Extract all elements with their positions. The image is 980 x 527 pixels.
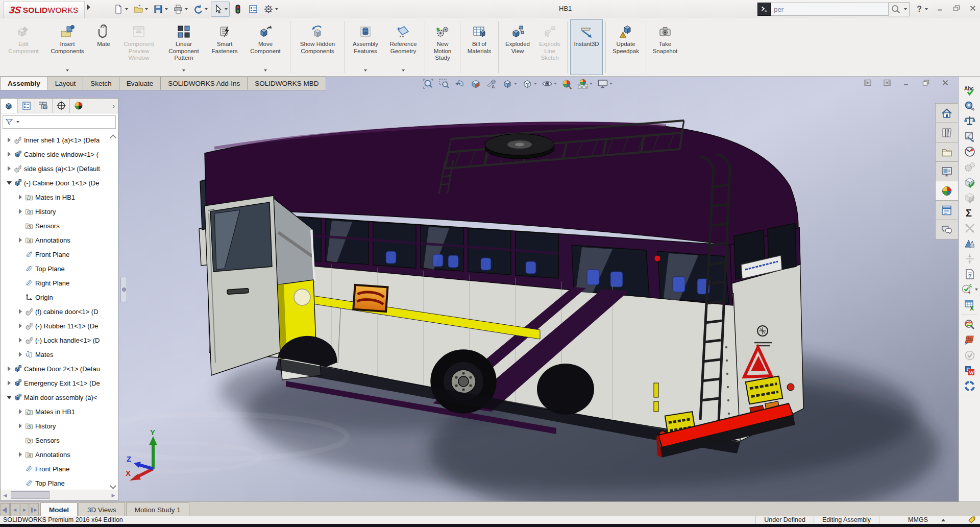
component-preview-window-button[interactable]: Component Preview Window	[117, 19, 161, 75]
reference-geometry-button[interactable]: Reference Geometry	[384, 19, 422, 75]
expand-arrow-icon[interactable]	[7, 366, 12, 371]
explode-line-sketch-button[interactable]: Explode Line Sketch	[535, 19, 565, 75]
view-orientation-icon[interactable]	[502, 78, 517, 89]
chevron-up-icon[interactable]	[941, 519, 945, 521]
expand-arrow-icon[interactable]	[18, 237, 23, 243]
chevron-down-icon[interactable]	[554, 83, 557, 85]
tab-evaluate[interactable]: Evaluate	[119, 77, 161, 90]
linear-component-pattern-button[interactable]: Linear Component Pattern	[162, 19, 206, 75]
chevron-down-icon[interactable]	[402, 69, 405, 71]
check-entity-icon[interactable]	[964, 175, 976, 190]
chevron-down-icon[interactable]	[182, 69, 185, 71]
chevron-down-icon[interactable]	[125, 8, 128, 10]
expand-arrow-icon[interactable]	[18, 323, 23, 328]
new-motion-study-button[interactable]: New Motion Study	[428, 19, 457, 75]
gears-disabled-icon[interactable]	[964, 159, 976, 175]
expand-arrow-icon[interactable]	[7, 380, 12, 386]
chevron-down-icon[interactable]	[165, 8, 168, 10]
chevron-down-icon[interactable]	[534, 83, 537, 85]
show-hidden-components-button[interactable]: Show Hidden Components	[293, 19, 342, 75]
forum-tab[interactable]	[935, 220, 958, 239]
take-snapshot-button[interactable]: Take Snapshot	[649, 19, 681, 75]
chevron-down-icon[interactable]	[925, 8, 928, 10]
expand-arrow-icon[interactable]	[7, 166, 12, 171]
file-properties-button[interactable]	[246, 2, 260, 17]
panel-splitter-handle[interactable]	[120, 277, 127, 302]
move-component-button[interactable]: Move Component	[243, 19, 287, 75]
tree-item[interactable]: Right Plane	[1, 276, 118, 290]
edit-appearance-icon[interactable]	[561, 78, 573, 89]
next-tab-button[interactable]: ▶	[20, 503, 29, 516]
tree-item[interactable]: Mates in HB1	[1, 404, 118, 419]
collapse-arrow-icon[interactable]	[7, 180, 12, 185]
model-tab[interactable]: Model	[40, 502, 78, 516]
search-commands-icon[interactable]	[757, 3, 771, 16]
tree-item[interactable]: Cabine side window<1> (	[1, 147, 118, 161]
tree-item[interactable]: Annotations	[1, 447, 118, 462]
motion-study-tab[interactable]: Motion Study 1	[126, 502, 189, 516]
search-button[interactable]	[889, 2, 910, 16]
tree-item[interactable]: Emergency Exit 1<1> (De	[1, 376, 118, 390]
tree-item[interactable]: (f) cabine door<1> (D	[1, 304, 118, 319]
mate-button[interactable]: Mate	[91, 19, 116, 75]
expand-arrow-icon[interactable]	[18, 423, 23, 428]
undo-button[interactable]	[191, 2, 210, 17]
chevron-down-icon[interactable]	[609, 83, 612, 85]
collapse-arrow-icon[interactable]	[7, 395, 12, 400]
chevron-down-icon[interactable]	[264, 69, 267, 71]
chevron-down-icon[interactable]	[904, 8, 907, 10]
chevron-down-icon[interactable]	[145, 8, 148, 10]
chevron-down-icon[interactable]	[185, 8, 188, 10]
expand-arrow-icon[interactable]	[18, 209, 23, 214]
doc-restore-button[interactable]	[922, 79, 930, 87]
3d-views-tab[interactable]: 3D Views	[79, 502, 125, 516]
tab-assembly[interactable]: Assembly	[0, 77, 48, 90]
design-check-icon[interactable]	[961, 282, 978, 297]
tree-item[interactable]: (-) Lock handle<1> (D	[1, 333, 118, 347]
first-tab-button[interactable]: ◀▌	[1, 503, 10, 516]
tree-item[interactable]: Mates	[1, 347, 118, 362]
tree-item[interactable]: Origin	[1, 290, 118, 304]
chevron-down-icon[interactable]	[975, 289, 978, 291]
chevron-down-icon[interactable]	[275, 8, 278, 10]
menu-expander-arrow[interactable]	[87, 4, 90, 10]
insert-components-button[interactable]: Insert Components	[44, 19, 90, 75]
expand-arrow-icon[interactable]	[7, 137, 12, 142]
scrollbar-thumb[interactable]	[11, 491, 50, 499]
design-library-tab[interactable]	[935, 123, 958, 142]
chevron-down-icon[interactable]	[364, 69, 367, 71]
expand-arrow-icon[interactable]	[7, 152, 12, 157]
close-button[interactable]	[969, 4, 977, 12]
tree-item[interactable]: Front Plane	[1, 247, 118, 261]
tree-item[interactable]: Mates in HB1	[1, 190, 118, 204]
tab-layout[interactable]: Layout	[48, 77, 84, 90]
tree-item[interactable]: History	[1, 419, 118, 433]
verify-disabled-icon[interactable]	[964, 348, 976, 363]
panel-flyout-arrow[interactable]: ›	[87, 99, 118, 113]
select-tool-button[interactable]	[211, 2, 230, 17]
tree-item[interactable]: side glass (a)<1> (Default	[1, 161, 118, 176]
tab-solidworks-mbd[interactable]: SOLIDWORKS MBD	[248, 77, 326, 90]
edit-component-button[interactable]: Edit Component	[4, 19, 43, 75]
dimxpert-manager-tab[interactable]	[53, 99, 70, 113]
tree-item[interactable]: Inner shell 1 (a)<1> (Defa	[1, 133, 118, 147]
expand-arrow-icon[interactable]	[18, 352, 23, 357]
tree-scroll-down-icon[interactable]	[111, 485, 116, 488]
configuration-manager-tab[interactable]	[35, 99, 53, 113]
open-button[interactable]	[131, 2, 150, 17]
mesh-quality-icon[interactable]	[964, 332, 976, 348]
export-table-icon[interactable]	[964, 297, 976, 313]
search-input[interactable]	[771, 3, 889, 16]
display-style-icon[interactable]	[522, 78, 537, 89]
scroll-right-icon[interactable]: ▶	[109, 491, 118, 499]
tab-sketch[interactable]: Sketch	[83, 77, 119, 90]
property-manager-tab[interactable]	[18, 99, 35, 113]
document-help-icon[interactable]	[964, 267, 976, 282]
appearances-scenes-tab[interactable]	[935, 181, 958, 201]
appearance-search-icon[interactable]	[964, 317, 976, 332]
tree-item[interactable]: Annotations	[1, 233, 118, 247]
doc-close-button[interactable]	[941, 79, 949, 87]
smart-fasteners-button[interactable]: Smart Fasteners	[207, 19, 242, 75]
deviation-disabled-icon[interactable]	[964, 221, 976, 236]
graphics-viewport[interactable]: Y X Z Assembly Layout Sketch Evaluate SO…	[0, 77, 980, 501]
